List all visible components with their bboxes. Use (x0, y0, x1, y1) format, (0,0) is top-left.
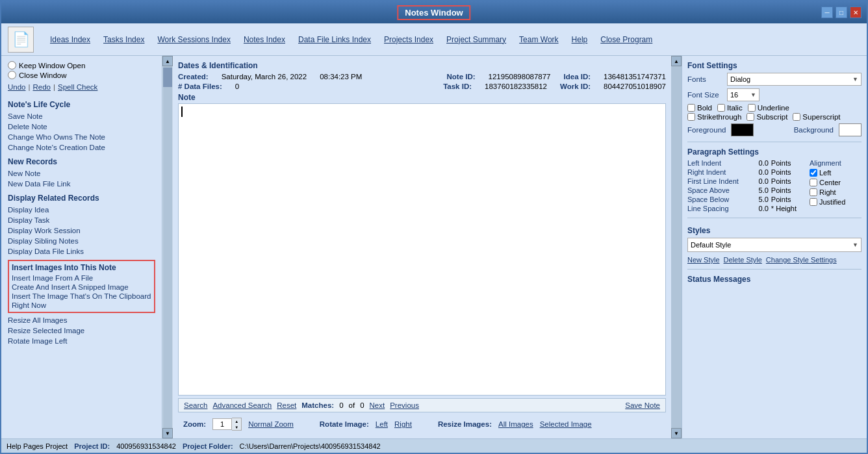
menu-close-program[interactable]: Close Program (600, 35, 652, 44)
resize-selected-image-link[interactable]: Resize Selected Image (8, 326, 155, 335)
delete-note-link[interactable]: Delete Note (8, 122, 155, 131)
menu-ideas-index[interactable]: Ideas Index (50, 35, 90, 44)
space-below-value: 5.0 (749, 195, 769, 203)
font-format-row1: Bold Italic Underline (687, 104, 862, 112)
display-idea-link[interactable]: Display Idea (8, 205, 155, 214)
sidebar: Keep Window Open Close Window Undo | Red… (1, 56, 162, 438)
change-creation-date-link[interactable]: Change Note's Creation Date (8, 143, 155, 152)
display-sibling-notes-link[interactable]: Display Sibling Notes (8, 236, 155, 246)
divider1 (687, 142, 862, 142)
sidebar-scroll-thumb[interactable] (163, 68, 172, 87)
app-logo: 📄 (8, 27, 34, 53)
dates-title: Dates & Identification (178, 61, 666, 70)
project-id-value: 400956931534842 (116, 442, 176, 450)
save-note-search-button[interactable]: Save Note (625, 401, 660, 409)
sidebar-scrollbar[interactable]: ▲ ▼ (162, 56, 173, 438)
menu-project-summary[interactable]: Project Summary (446, 35, 506, 44)
insert-images-box: Insert Images Into This Note Insert Imag… (8, 260, 155, 313)
bold-checkbox[interactable]: Bold (687, 104, 712, 112)
foreground-swatch[interactable] (731, 123, 754, 136)
first-line-label: First Line Indent (687, 177, 747, 185)
window-title: Notes Window (397, 5, 470, 20)
minimize-button[interactable]: ─ (821, 6, 833, 18)
rotate-image-left-link[interactable]: Rotate Image Left (8, 336, 155, 346)
space-above-unit: Points (771, 186, 804, 194)
new-note-link[interactable]: New Note (8, 169, 155, 178)
menu-tasks-index[interactable]: Tasks Index (103, 35, 144, 44)
font-settings-title: Font Settings (687, 61, 862, 70)
created-time: 08:34:23 PM (320, 73, 362, 81)
create-snipped-image-link[interactable]: Create And Insert A Snipped Image (12, 283, 129, 292)
styles-dropdown[interactable]: Default Style ▼ (687, 238, 862, 252)
change-style-settings-button[interactable]: Change Style Settings (766, 256, 837, 264)
change-owner-link[interactable]: Change Who Owns The Note (8, 132, 155, 142)
rotate-left-button[interactable]: Left (376, 420, 388, 428)
display-task-link[interactable]: Display Task (8, 216, 155, 225)
zoom-spinner: ▲ ▼ (232, 418, 242, 431)
insert-image-from-file-link[interactable]: Insert Image From A File (12, 273, 93, 283)
insert-clipboard-image-link[interactable]: Insert The Image That's On The Clipboard… (12, 292, 151, 310)
right-align-radio[interactable]: Right (810, 188, 862, 196)
menu-projects-index[interactable]: Projects Index (384, 35, 433, 44)
keep-window-open-radio[interactable]: Keep Window Open (8, 61, 155, 69)
spell-check-link[interactable]: Spell Check (58, 83, 97, 91)
main-scrollbar[interactable]: ▲ ▼ (671, 56, 682, 438)
left-align-radio[interactable]: Left (810, 169, 862, 177)
menu-work-sessions-index[interactable]: Work Sessions Index (157, 35, 231, 44)
background-swatch[interactable] (839, 123, 862, 136)
note-editor[interactable] (178, 103, 666, 396)
note-id-value: 121950898087877 (489, 73, 551, 81)
resize-all-images-link[interactable]: Resize All Images (8, 316, 155, 325)
advanced-search-button[interactable]: Advanced Search (212, 401, 272, 409)
new-data-file-link[interactable]: New Data File Link (8, 179, 155, 188)
previous-button[interactable]: Previous (390, 401, 419, 409)
menu-data-file-links-index[interactable]: Data File Links Index (298, 35, 371, 44)
restore-button[interactable]: □ (836, 6, 847, 18)
main-scroll-down[interactable]: ▼ (671, 428, 682, 438)
display-data-file-links-link[interactable]: Display Data File Links (8, 247, 155, 256)
sidebar-scroll-track[interactable] (163, 66, 172, 428)
underline-checkbox[interactable]: Underline (748, 104, 789, 112)
sidebar-scroll-up[interactable]: ▲ (162, 56, 173, 66)
menu-notes-index[interactable]: Notes Index (244, 35, 285, 44)
rotate-right-button[interactable]: Right (394, 420, 412, 428)
save-note-link[interactable]: Save Note (8, 112, 155, 121)
zoom-input[interactable]: 1 (212, 418, 232, 430)
close-button[interactable]: ✕ (850, 6, 862, 18)
subscript-checkbox[interactable]: Subscript (747, 113, 787, 121)
main-scroll-up[interactable]: ▲ (671, 56, 682, 66)
main-scroll-track[interactable] (671, 66, 682, 428)
reset-button[interactable]: Reset (277, 401, 296, 409)
all-images-button[interactable]: All Images (498, 420, 533, 428)
task-id-label: Task ID: (443, 82, 472, 90)
justified-align-radio[interactable]: Justified (810, 198, 862, 206)
menu-team-work[interactable]: Team Work (519, 35, 558, 44)
status-messages-section: Status Messages (687, 275, 862, 286)
sidebar-scroll-down[interactable]: ▼ (162, 428, 173, 438)
superscript-checkbox[interactable]: Superscript (793, 113, 840, 121)
undo-link[interactable]: Undo (8, 83, 26, 91)
divider3 (687, 269, 862, 270)
next-button[interactable]: Next (370, 401, 385, 409)
center-align-radio[interactable]: Center (810, 179, 862, 186)
zoom-down-button[interactable]: ▼ (232, 424, 241, 430)
resize-images-label: Resize Images: (438, 420, 492, 428)
search-button[interactable]: Search (184, 401, 207, 409)
space-above-label: Space Above (687, 186, 747, 194)
font-size-dropdown[interactable]: 16 ▼ (727, 88, 760, 101)
new-records-title: New Records (8, 157, 155, 166)
menu-help[interactable]: Help (572, 35, 588, 44)
zoom-up-button[interactable]: ▲ (232, 418, 241, 424)
new-style-button[interactable]: New Style (687, 256, 720, 264)
redo-link[interactable]: Redo (33, 83, 51, 91)
strikethrough-checkbox[interactable]: Strikethrough (687, 113, 741, 121)
fonts-dropdown[interactable]: Dialog ▼ (727, 73, 862, 86)
styles-title: Styles (687, 226, 862, 235)
close-window-radio[interactable]: Close Window (8, 71, 155, 79)
selected-image-button[interactable]: Selected Image (540, 420, 592, 428)
delete-style-button[interactable]: Delete Style (724, 256, 762, 264)
normal-zoom-button[interactable]: Normal Zoom (248, 420, 294, 428)
italic-checkbox[interactable]: Italic (717, 104, 743, 112)
display-work-session-link[interactable]: Display Work Session (8, 226, 155, 235)
title-controls: ─ □ ✕ (821, 6, 862, 18)
